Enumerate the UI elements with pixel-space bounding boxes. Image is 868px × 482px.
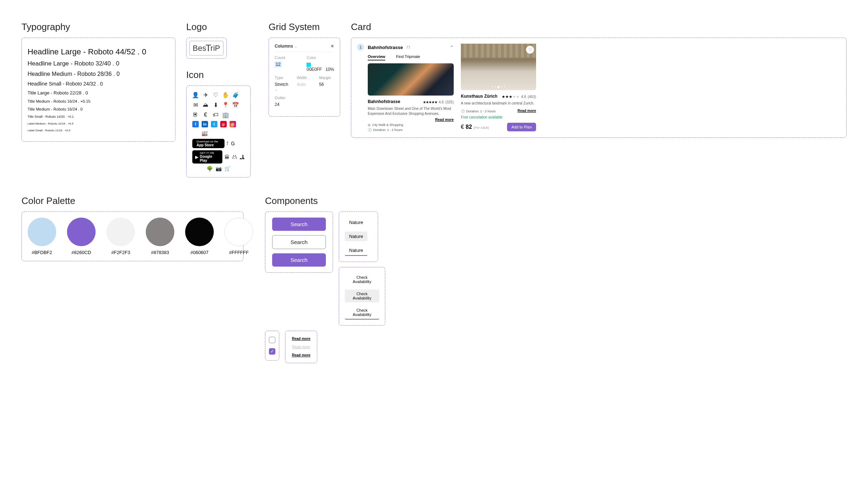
typo-spec-7: Title Small - Roboto 14/20 . +0.1: [28, 115, 169, 118]
buttons-group: Search Search Search: [265, 211, 333, 273]
readmore-link[interactable]: Read more: [368, 118, 454, 122]
palette-heading: Color Palette: [21, 195, 243, 206]
typography-box: Headline Large - Roboto 44/52 . 0 Headli…: [21, 38, 175, 142]
heart-icon: ♡: [212, 92, 219, 98]
typography-heading: Typography: [21, 21, 175, 33]
gs-width-value: Auto: [297, 82, 312, 87]
gs-color-alpha: 10%: [326, 67, 334, 72]
readmore-active[interactable]: Read more: [292, 353, 310, 357]
gs-color-value: 00E0FF: [307, 67, 322, 72]
typo-spec-8: Label Medium - Roboto 12/16 . +0.5: [28, 122, 169, 125]
checkbox-unchecked[interactable]: [269, 337, 275, 343]
tag-icon: 🏷: [212, 112, 219, 118]
gs-type-label: Type: [275, 76, 290, 80]
card2-desc: A new architectural landmark in central …: [461, 101, 536, 106]
typo-spec-5: Title Medium - Roboto 16/24 . +0.15: [28, 99, 169, 103]
search-button-primary[interactable]: Search: [272, 218, 326, 231]
chip-active[interactable]: Nature: [345, 245, 367, 256]
check-avail-active[interactable]: Check Availability: [345, 306, 379, 320]
components-heading: Components: [265, 195, 847, 206]
gs-columns-label[interactable]: Columns: [275, 44, 293, 49]
card1-duration: Duration: 1 - 2 hours: [373, 128, 402, 132]
chip-hover[interactable]: Nature: [345, 232, 367, 241]
palette-box: #BFDBF2 #8260CD #F2F2F3 #878383 #060607 …: [21, 211, 243, 261]
readmore-disabled: Read more: [292, 345, 310, 349]
twitter-icon: t: [211, 121, 217, 127]
readmore-link[interactable]: Read more: [517, 109, 536, 113]
chips-group: Nature Nature Nature: [339, 211, 378, 262]
card1-count: (325): [445, 100, 454, 104]
facebook-icon: f: [192, 121, 199, 127]
availability-group: Check Availability Check Availability Ch…: [339, 267, 385, 326]
tab-overview[interactable]: Overview: [368, 54, 385, 60]
mini-icons-3: 🌳 📷 🛒: [192, 166, 245, 171]
swatch-4: #060607: [185, 218, 214, 255]
photo-icon: ⛰: [202, 102, 209, 108]
chip-default[interactable]: Nature: [345, 218, 367, 227]
checkbox-checked[interactable]: ✓: [269, 348, 275, 355]
card-section: Card 1 Bahnhofstrasse /:\ ⌃ Overview Fin…: [351, 21, 847, 138]
monument-icon: /:\: [406, 45, 410, 50]
logo-part1: Bes: [193, 44, 206, 53]
search-button-outline[interactable]: Search: [272, 235, 326, 249]
park-icon: 🏞: [240, 154, 245, 160]
icon-heading: Icon: [186, 69, 258, 81]
gs-count-value[interactable]: 12: [275, 62, 281, 67]
add-to-plan-button[interactable]: Add to Plan: [507, 123, 536, 131]
chevron-down-icon[interactable]: ⌄: [275, 88, 278, 92]
tab-tripmate[interactable]: Find Tripmate: [396, 54, 420, 60]
chevron-down-icon[interactable]: ⌄: [294, 44, 297, 48]
typo-spec-6: Title Medium - Roboto 16/24 . 0: [28, 107, 169, 111]
download-icon: ⬇: [212, 102, 219, 108]
checkbox-group: ✓: [265, 331, 279, 361]
gs-margin-value[interactable]: 56: [319, 82, 334, 87]
gs-color-swatch[interactable]: [307, 63, 311, 67]
card1-title: Bahnhofstrasse: [368, 45, 403, 50]
swatch-2: #F2F2F3: [106, 218, 135, 255]
google-small-icon: G: [231, 141, 235, 146]
category-icon: ◎: [368, 123, 371, 127]
tree-icon: 🌳: [207, 166, 213, 171]
card2-count: (453): [528, 95, 536, 99]
carousel-dots[interactable]: [492, 86, 505, 88]
mini-icons-1: f G: [227, 141, 238, 146]
logo-heading: Logo: [186, 21, 258, 33]
typo-spec-1: Headline Large - Roboto 32/40 . 0: [28, 60, 169, 67]
readmore-default[interactable]: Read more: [292, 337, 310, 341]
calendar-icon: 📅: [232, 102, 239, 108]
itinerary-card: 1 Bahnhofstrasse /:\ ⌃ Overview Find Tri…: [357, 44, 454, 132]
gs-count-label: Count: [275, 55, 299, 60]
close-icon[interactable]: ✕: [331, 44, 334, 49]
gs-gutter-value[interactable]: 24: [275, 102, 334, 107]
chevron-up-icon[interactable]: ⌃: [450, 45, 454, 50]
plane-icon: ✈: [202, 92, 209, 98]
stars-icon: ★★★★★: [423, 100, 437, 104]
bank-icon: 🏛: [225, 154, 230, 160]
card1-category: City Walk & Shopping: [372, 123, 403, 127]
clock-icon: 🕐: [368, 128, 372, 132]
appstore-badge[interactable]: Download on theApp Store: [192, 139, 225, 148]
search-button-primary-2[interactable]: Search: [272, 253, 326, 267]
googleplay-badge[interactable]: ▶ GET IT ONGoogle Play: [192, 150, 222, 164]
poi-card: ♡ Kunsthaus Zürich ★★★★★ 4.8 (453) A new…: [461, 44, 536, 132]
card2-duration: Duration: 1 - 2 hours: [466, 109, 496, 113]
icon-box: 👤 ✈ ♡ ✋ 🧳 ✉ ⛰ ⬇ 📍 📅 ⛨ € 🏷 🏢 f in t p: [186, 86, 251, 177]
card1-desc: Main Downtown Street and One of The Worl…: [368, 106, 454, 116]
swatch-3: #878383: [146, 218, 174, 255]
readmore-group: Read more Read more Read more: [285, 331, 317, 363]
monument-icon: /:\: [232, 154, 237, 160]
swatch-5: #FFFFFF: [225, 218, 253, 255]
price: 82: [466, 124, 472, 130]
components-section: Components Search Search Search Nature N…: [265, 195, 847, 363]
cart-icon: 🛒: [225, 166, 231, 171]
price-sub: (Per Adult): [474, 126, 489, 130]
check-avail-default[interactable]: Check Availability: [345, 273, 379, 286]
stars-icon: ★★★★★: [502, 94, 520, 99]
logo-box: Bes T riP: [186, 38, 227, 59]
card1-rating: 4.8: [439, 100, 444, 104]
card2-image: ♡: [461, 44, 536, 90]
pinterest-icon: p: [220, 121, 227, 127]
gs-type-value[interactable]: Stretch: [275, 82, 288, 87]
favorite-button[interactable]: ♡: [526, 46, 534, 54]
check-avail-hover[interactable]: Check Availability: [345, 289, 379, 302]
